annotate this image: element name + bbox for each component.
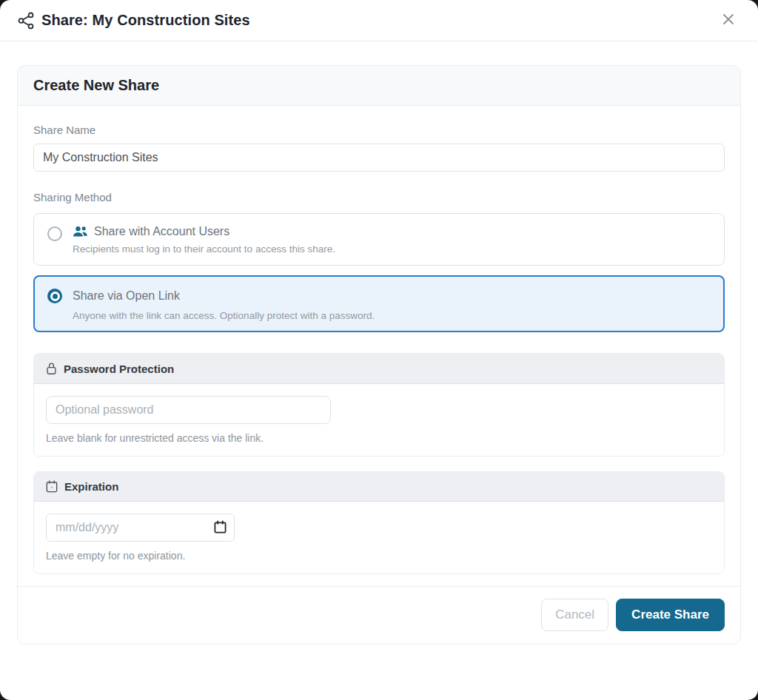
password-section-header: Password Protection: [34, 354, 724, 384]
password-input[interactable]: [46, 396, 331, 424]
card-title: Create New Share: [33, 77, 725, 94]
option-description: Recipients must log in to their account …: [73, 243, 335, 255]
users-icon: [73, 225, 88, 238]
close-button[interactable]: [717, 7, 740, 33]
share-modal: Share: My Construction Sites Create New …: [0, 0, 758, 700]
sharing-method-label: Sharing Method: [33, 191, 725, 203]
option-label: Share with Account Users: [94, 225, 229, 238]
password-helper-text: Leave blank for unrestricted access via …: [46, 432, 712, 444]
card-body: Share Name Sharing Method: [18, 106, 740, 586]
share-name-label: Share Name: [33, 124, 725, 136]
password-section-title: Password Protection: [64, 363, 174, 375]
option-share-via-open-link[interactable]: Share via Open Link Anyone with the link…: [33, 275, 725, 332]
radio-unselected[interactable]: [47, 226, 62, 241]
date-picker-icon[interactable]: [214, 520, 227, 534]
expiration-date-input[interactable]: [46, 514, 235, 542]
create-share-button[interactable]: Create Share: [616, 599, 725, 631]
create-share-card: Create New Share Share Name Sharing Meth…: [17, 65, 741, 645]
option-share-with-account-users[interactable]: Share with Account Users Recipients must…: [33, 213, 725, 266]
expiration-date-field: [46, 514, 235, 542]
modal-body: Create New Share Share Name Sharing Meth…: [0, 41, 758, 700]
expiration-section-title: Expiration: [64, 480, 118, 493]
card-footer: Cancel Create Share: [18, 586, 740, 644]
modal-title: Share: My Construction Sites: [41, 12, 250, 29]
expiration-helper-text: Leave empty for no expiration.: [46, 550, 712, 562]
expiration-section-header: Expiration: [34, 472, 724, 502]
share-name-input[interactable]: [33, 144, 725, 172]
modal-header: Share: My Construction Sites: [0, 0, 758, 41]
cancel-button[interactable]: Cancel: [541, 599, 608, 631]
card-header: Create New Share: [18, 66, 740, 106]
option-label: Share via Open Link: [73, 289, 180, 303]
close-icon: [720, 10, 737, 30]
radio-selected[interactable]: [47, 289, 62, 303]
password-protection-section: Password Protection Leave blank for unre…: [33, 353, 725, 457]
calendar-icon: [46, 480, 58, 493]
option-description: Anyone with the link can access. Optiona…: [73, 310, 375, 321]
lock-icon: [46, 362, 57, 375]
expiration-section: Expiration: [33, 471, 725, 574]
share-icon: [16, 11, 36, 30]
